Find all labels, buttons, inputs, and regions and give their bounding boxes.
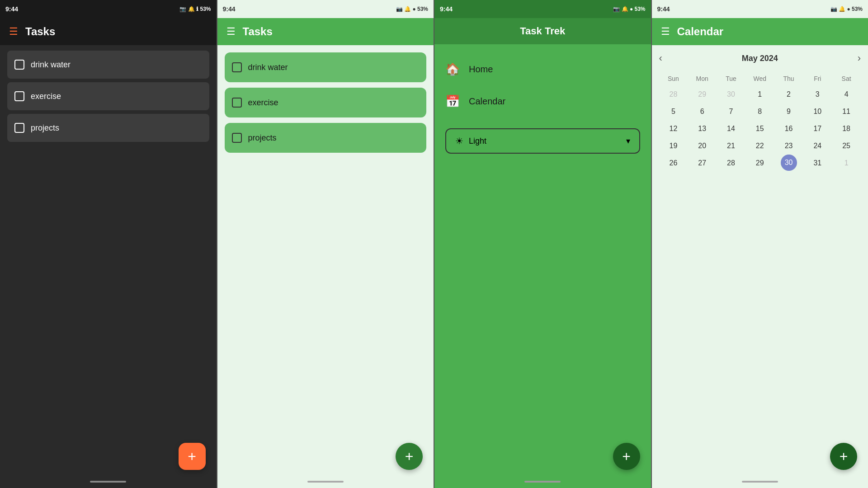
day-26[interactable]: 26	[659, 155, 688, 172]
nav-bar-4	[652, 475, 868, 488]
day-29[interactable]: 29	[745, 155, 774, 172]
theme-selector[interactable]: ☀ Light ▾	[445, 128, 640, 154]
calendar-grid: Sun Mon Tue Wed Thu Fri Sat 28 29 30 1 2…	[659, 71, 861, 172]
day-5[interactable]: 5	[659, 103, 688, 120]
day-header-mon: Mon	[688, 71, 717, 86]
day-header-sat: Sat	[832, 71, 861, 86]
task-list-1: drink water exercise projects	[0, 45, 217, 147]
fab-4[interactable]: +	[830, 443, 857, 470]
day-29-prev[interactable]: 29	[688, 86, 717, 103]
battery-icon-1: 📷 🔔 ℹ 53%	[179, 6, 211, 12]
day-7[interactable]: 7	[717, 103, 745, 120]
task-label-1-2: projects	[31, 123, 59, 133]
day-9[interactable]: 9	[774, 103, 803, 120]
day-16[interactable]: 16	[774, 120, 803, 137]
day-21[interactable]: 21	[717, 137, 745, 155]
task-item-2-1[interactable]: exercise	[225, 88, 427, 117]
day-25[interactable]: 25	[832, 137, 861, 155]
time-1: 9:44	[5, 5, 18, 13]
status-bar-2: 9:44 📷 🔔 ● 53%	[217, 0, 434, 18]
task-item-2-0[interactable]: drink water	[225, 52, 427, 82]
task-label-2-1: exercise	[248, 98, 278, 108]
app-header-3: Task Trek	[434, 18, 651, 44]
task-list-2: drink water exercise projects	[217, 45, 434, 160]
nav-bar-1	[0, 475, 217, 488]
day-27[interactable]: 27	[688, 155, 717, 172]
day-28[interactable]: 28	[717, 155, 745, 172]
checkbox-1-2[interactable]	[14, 123, 24, 133]
day-header-sun: Sun	[659, 71, 688, 86]
checkbox-2-2[interactable]	[232, 133, 242, 143]
day-4[interactable]: 4	[832, 86, 861, 103]
day-24[interactable]: 24	[803, 137, 832, 155]
day-20[interactable]: 20	[688, 137, 717, 155]
app-header-4: ☰ Calendar	[652, 18, 868, 45]
sun-icon: ☀	[455, 136, 463, 146]
menu-icon-2[interactable]: ☰	[226, 26, 236, 38]
day-23[interactable]: 23	[774, 137, 803, 155]
day-2[interactable]: 2	[774, 86, 803, 103]
checkbox-1-1[interactable]	[14, 91, 24, 101]
theme-label: Light	[469, 136, 621, 146]
calendar-header: ‹ May 2024 ›	[659, 52, 861, 64]
task-label-2-2: projects	[248, 133, 277, 143]
day-header-fri: Fri	[803, 71, 832, 86]
task-item-1-0[interactable]: drink water	[7, 51, 209, 79]
next-month-button[interactable]: ›	[858, 52, 861, 64]
status-icons-1: 📷 🔔 ℹ 53%	[179, 6, 211, 12]
panel-calendar: 9:44 📷 🔔 ● 53% ☰ Calendar ‹ May 2024 › S…	[652, 0, 868, 488]
day-12[interactable]: 12	[659, 120, 688, 137]
day-6[interactable]: 6	[688, 103, 717, 120]
day-22[interactable]: 22	[745, 137, 774, 155]
menu-icon-1[interactable]: ☰	[9, 26, 18, 38]
menu-icon-4[interactable]: ☰	[661, 26, 670, 38]
status-bar-1: 9:44 📷 🔔 ℹ 53%	[0, 0, 217, 18]
day-11[interactable]: 11	[832, 103, 861, 120]
fab-3[interactable]: +	[613, 443, 640, 470]
app-title-4: Calendar	[677, 25, 724, 38]
task-label-1-1: exercise	[31, 92, 61, 101]
day-14[interactable]: 14	[717, 120, 745, 137]
day-15[interactable]: 15	[745, 120, 774, 137]
day-17[interactable]: 17	[803, 120, 832, 137]
day-1-next[interactable]: 1	[832, 155, 861, 172]
prev-month-button[interactable]: ‹	[659, 52, 662, 64]
day-30-prev[interactable]: 30	[717, 86, 745, 103]
day-13[interactable]: 13	[688, 120, 717, 137]
drawer-item-home[interactable]: 🏠 Home	[434, 53, 651, 85]
checkbox-2-1[interactable]	[232, 98, 242, 108]
task-item-1-2[interactable]: projects	[7, 114, 209, 142]
fab-1[interactable]: +	[179, 443, 206, 470]
fab-2[interactable]: +	[396, 443, 423, 470]
nav-indicator-3	[524, 481, 561, 483]
day-28-prev[interactable]: 28	[659, 86, 688, 103]
day-header-tue: Tue	[717, 71, 745, 86]
day-18[interactable]: 18	[832, 120, 861, 137]
status-icons-3: 📷 🔔 ● 53%	[613, 6, 645, 12]
time-4: 9:44	[657, 5, 670, 13]
day-31[interactable]: 31	[803, 155, 832, 172]
checkbox-2-0[interactable]	[232, 62, 242, 72]
day-30-today[interactable]: 30	[781, 155, 797, 171]
day-header-wed: Wed	[745, 71, 774, 86]
task-label-2-0: drink water	[248, 63, 288, 72]
home-icon: 🏠	[445, 62, 460, 76]
task-item-2-2[interactable]: projects	[225, 123, 427, 153]
nav-indicator-4	[742, 481, 778, 483]
day-header-thu: Thu	[774, 71, 803, 86]
app-title-3: Task Trek	[520, 25, 565, 37]
day-10[interactable]: 10	[803, 103, 832, 120]
day-8[interactable]: 8	[745, 103, 774, 120]
app-title-1: Tasks	[25, 25, 55, 38]
nav-indicator-1	[90, 481, 126, 483]
drawer-label-calendar: Calendar	[469, 96, 505, 107]
time-3: 9:44	[440, 5, 453, 13]
checkbox-1-0[interactable]	[14, 60, 24, 70]
drawer-item-calendar[interactable]: 📅 Calendar	[434, 85, 651, 117]
panel-dark-tasks: 9:44 📷 🔔 ℹ 53% ☰ Tasks drink water exerc…	[0, 0, 217, 488]
calendar-container: ‹ May 2024 › Sun Mon Tue Wed Thu Fri Sat…	[652, 45, 868, 179]
task-item-1-1[interactable]: exercise	[7, 82, 209, 110]
day-1[interactable]: 1	[745, 86, 774, 103]
day-19[interactable]: 19	[659, 137, 688, 155]
day-3[interactable]: 3	[803, 86, 832, 103]
